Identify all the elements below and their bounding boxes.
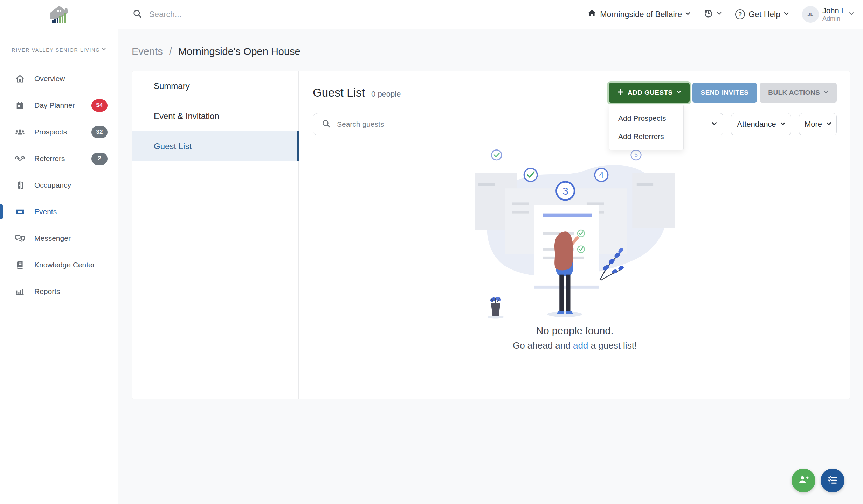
get-help-menu[interactable]: ? Get Help <box>735 9 789 19</box>
tab-summary[interactable]: Summary <box>132 71 298 101</box>
sidebar-item-messenger[interactable]: Messenger <box>0 225 118 252</box>
send-invites-button[interactable]: SEND INVITES <box>692 83 757 103</box>
chevron-down-icon <box>784 12 789 17</box>
community-name: Morningside of Bellaire <box>600 10 682 19</box>
global-search <box>132 9 296 20</box>
day-planner-badge: 54 <box>91 99 108 112</box>
guest-list-actions: ADD GUESTS Add Prospects Add Referrers <box>609 83 837 103</box>
chevron-down-icon <box>676 90 681 95</box>
svg-text:5: 5 <box>634 152 638 159</box>
more-filter-dropdown[interactable]: More <box>799 113 837 135</box>
plus-icon <box>617 89 624 97</box>
svg-text:3: 3 <box>562 185 568 197</box>
book-icon <box>15 260 25 270</box>
add-person-fab[interactable] <box>792 469 815 492</box>
history-icon <box>704 8 713 20</box>
chevron-down-icon <box>712 122 717 127</box>
breadcrumb: Events / Morningside's Open House <box>132 46 301 57</box>
sidebar-item-label: Occupancy <box>34 181 71 189</box>
guest-list-title-group: Guest List 0 people <box>313 86 401 99</box>
chevron-down-icon <box>823 90 828 95</box>
door-icon <box>15 180 25 190</box>
home-icon <box>15 74 25 84</box>
checklist-fab[interactable] <box>821 469 844 492</box>
sidebar-nav: Overview Day Planner 54 Prospects 32 <box>0 65 118 305</box>
prospects-badge: 32 <box>91 126 108 138</box>
empty-state-subtitle: Go ahead and add a guest list! <box>513 340 637 351</box>
event-detail-card: Summary Event & Invitation Guest List Gu… <box>132 71 850 399</box>
handshake-icon <box>15 153 25 164</box>
sidebar-item-referrers[interactable]: Referrers 2 <box>0 145 118 172</box>
guest-search <box>313 113 632 135</box>
tab-guest-list[interactable]: Guest List <box>132 131 298 161</box>
guest-filter-row: Attendance More <box>313 113 837 135</box>
menu-item-add-prospects[interactable]: Add Prospects <box>609 109 683 127</box>
svg-text:4: 4 <box>599 170 603 180</box>
app-logo[interactable] <box>0 4 118 25</box>
main-content: Events / Morningside's Open House Summar… <box>118 29 863 504</box>
org-selector[interactable]: RIVER VALLEY SENIOR LIVING <box>0 47 118 53</box>
sidebar-item-overview[interactable]: Overview <box>0 65 118 92</box>
add-guests-menu: Add Prospects Add Referrers <box>609 105 684 150</box>
sidebar-item-label: Overview <box>34 75 65 83</box>
avatar: JL <box>802 6 819 23</box>
org-label: RIVER VALLEY SENIOR LIVING <box>12 47 100 53</box>
guest-search-input[interactable] <box>336 120 623 129</box>
empty-state-illustration: 3 4 5 <box>463 145 687 320</box>
guest-list-panel: Guest List 0 people ADD GUESTS <box>299 71 850 399</box>
empty-state: 3 4 5 <box>313 145 837 351</box>
bulk-actions-button[interactable]: BULK ACTIONS <box>760 83 837 103</box>
house-chart-logo-icon <box>48 4 71 25</box>
add-guest-list-link[interactable]: add <box>573 340 588 351</box>
sidebar-item-knowledge-center[interactable]: Knowledge Center <box>0 252 118 278</box>
sidebar-item-label: Events <box>34 208 57 216</box>
sidebar-item-label: Reports <box>34 287 60 296</box>
calendar-icon <box>15 100 25 111</box>
chat-icon <box>15 233 25 244</box>
attendance-filter-dropdown[interactable]: Attendance <box>731 113 791 135</box>
sidebar-item-label: Knowledge Center <box>34 261 95 269</box>
page-title: Guest List <box>313 86 365 99</box>
breadcrumb-parent[interactable]: Events <box>132 46 163 57</box>
user-meta: John L Admin <box>822 6 845 22</box>
sidebar-item-events[interactable]: Events <box>0 198 118 225</box>
global-search-input[interactable] <box>149 9 296 20</box>
search-icon <box>132 9 142 20</box>
add-guests-button[interactable]: ADD GUESTS <box>609 83 690 103</box>
checklist-icon <box>827 474 838 487</box>
user-menu[interactable]: JL John L Admin <box>802 6 854 23</box>
chevron-down-icon <box>685 12 690 17</box>
get-help-label: Get Help <box>748 10 780 19</box>
home-icon <box>587 9 596 20</box>
sidebar-item-label: Day Planner <box>34 101 75 110</box>
topbar: Morningside of Bellaire <box>0 0 863 29</box>
breadcrumb-current: Morningside's Open House <box>178 46 301 57</box>
tab-event-invitation[interactable]: Event & Invitation <box>132 101 298 131</box>
sidebar-item-label: Messenger <box>34 234 71 243</box>
sidebar-item-prospects[interactable]: Prospects 32 <box>0 119 118 145</box>
sidebar-item-reports[interactable]: Reports <box>0 278 118 305</box>
empty-state-title: No people found. <box>536 325 614 337</box>
topbar-right: Morningside of Bellaire <box>587 6 854 23</box>
app-root: Morningside of Bellaire <box>0 0 863 504</box>
sidebar-item-label: Prospects <box>34 128 67 136</box>
sidebar: RIVER VALLEY SENIOR LIVING Overview Day … <box>0 29 118 504</box>
sidebar-item-day-planner[interactable]: Day Planner 54 <box>0 92 118 119</box>
user-role: Admin <box>822 15 845 22</box>
bar-chart-icon <box>15 286 25 297</box>
user-name: John L <box>822 6 845 15</box>
history-menu[interactable] <box>704 8 722 20</box>
chevron-down-icon <box>717 12 722 17</box>
sidebar-item-label: Referrers <box>34 154 65 163</box>
chevron-down-icon <box>102 48 106 52</box>
add-guests-wrap: ADD GUESTS Add Prospects Add Referrers <box>609 83 690 103</box>
question-circle-icon: ? <box>735 9 745 19</box>
event-tabs: Summary Event & Invitation Guest List <box>132 71 299 399</box>
sidebar-item-occupancy[interactable]: Occupancy <box>0 172 118 198</box>
ticket-icon <box>15 206 25 217</box>
search-icon <box>322 119 331 130</box>
person-add-icon <box>798 474 809 487</box>
menu-item-add-referrers[interactable]: Add Referrers <box>609 127 683 146</box>
people-icon <box>15 127 25 137</box>
community-selector[interactable]: Morningside of Bellaire <box>587 9 690 20</box>
